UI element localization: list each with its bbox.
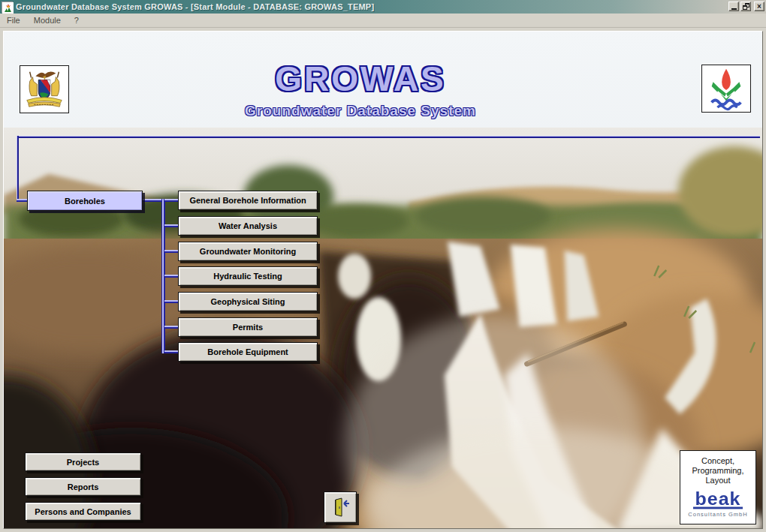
header-band: GROWAS Groundwater Database System xyxy=(4,32,762,128)
close-icon: × xyxy=(757,3,761,10)
credit-line-1: Concept, xyxy=(680,456,755,466)
exit-button[interactable] xyxy=(324,491,357,523)
connector-item-5 xyxy=(164,300,178,303)
app-icon xyxy=(2,2,13,13)
restore-icon xyxy=(743,3,749,10)
connector-item-1 xyxy=(164,199,178,202)
exit-door-icon xyxy=(330,497,351,517)
reports-button[interactable]: Reports xyxy=(25,477,141,496)
credit-line-3: Layout xyxy=(680,476,755,485)
restore-button[interactable] xyxy=(740,2,751,11)
frame-line-left xyxy=(17,136,19,200)
connector-item-4 xyxy=(164,275,178,278)
water-affairs-logo xyxy=(701,65,751,113)
borehole-equipment-button[interactable]: Borehole Equipment xyxy=(178,342,318,362)
menu-module[interactable]: Module xyxy=(27,14,68,26)
minimize-button[interactable] xyxy=(728,2,739,11)
page-title: GROWAS xyxy=(4,59,717,99)
page-subtitle: Groundwater Database System xyxy=(4,103,717,119)
menu-help[interactable]: ? xyxy=(68,14,86,26)
credit-line-2: Programming, xyxy=(680,466,755,476)
close-button[interactable]: × xyxy=(754,2,764,11)
boreholes-button[interactable]: Boreholes xyxy=(27,191,143,211)
frame-line-top xyxy=(17,136,760,138)
groundwater-monitoring-button[interactable]: Groundwater Monitoring xyxy=(178,242,318,261)
connector-item-6 xyxy=(164,326,178,329)
window-controls: × xyxy=(728,2,764,11)
namibia-coat-of-arms-logo xyxy=(20,65,69,113)
app-window: Groundwater Database System GROWAS - [St… xyxy=(0,0,766,532)
water-analysis-button[interactable]: Water Analysis xyxy=(178,216,318,236)
window-title: Groundwater Database System GROWAS - [St… xyxy=(16,2,374,11)
title-bar: Groundwater Database System GROWAS - [St… xyxy=(0,0,766,14)
minimize-icon xyxy=(731,8,737,10)
connector-root-trunk xyxy=(143,199,163,202)
menu-bar: File Module ? xyxy=(0,14,766,28)
connector-item-2 xyxy=(164,224,178,227)
hydraulic-testing-button[interactable]: Hydraulic Testing xyxy=(178,266,318,286)
connector-item-3 xyxy=(164,250,178,253)
menu-file[interactable]: File xyxy=(0,14,27,26)
general-borehole-information-button[interactable]: General Borehole Information xyxy=(178,191,318,210)
permits-button[interactable]: Permits xyxy=(178,317,318,337)
geophysical-siting-button[interactable]: Geophysical Siting xyxy=(178,292,318,311)
projects-button[interactable]: Projects xyxy=(25,452,141,471)
beak-logo: beak xyxy=(693,491,743,509)
connector-item-7 xyxy=(164,350,178,353)
credit-box: Concept, Programming, Layout beak Consul… xyxy=(680,450,756,524)
beak-consultants-label: Consultants GmbH xyxy=(680,511,755,518)
persons-and-companies-button[interactable]: Persons and Companies xyxy=(25,502,141,521)
connector-root-left xyxy=(17,199,27,202)
